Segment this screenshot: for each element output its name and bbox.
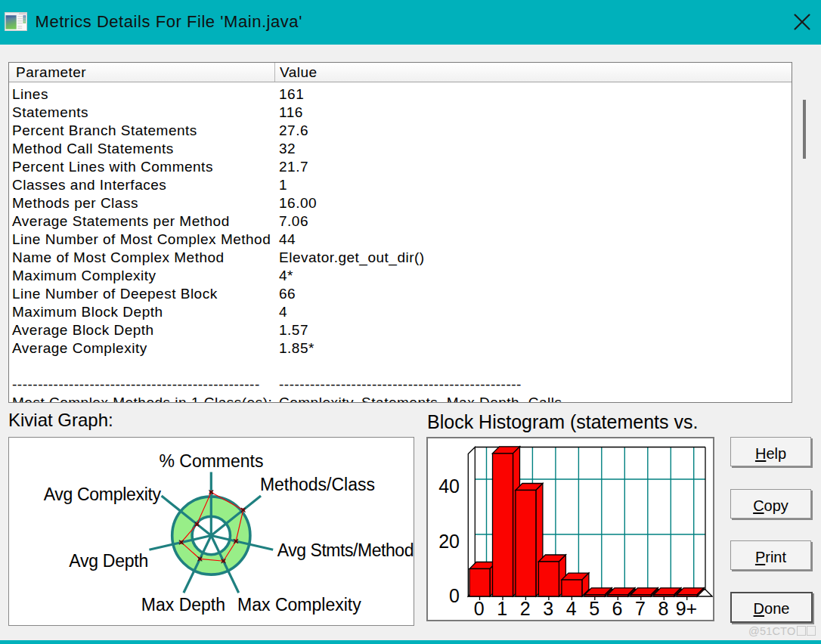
svg-text:Max Complexity: Max Complexity: [237, 595, 361, 615]
svg-text:20: 20: [438, 531, 460, 552]
svg-text:4: 4: [566, 598, 577, 619]
svg-text:% Comments: % Comments: [159, 451, 263, 471]
svg-text:Max Depth: Max Depth: [141, 595, 225, 615]
svg-text:0: 0: [449, 585, 460, 606]
svg-text:1: 1: [497, 598, 507, 619]
svg-text:Avg Depth: Avg Depth: [69, 551, 148, 571]
svg-text:2: 2: [520, 598, 531, 619]
svg-text:40: 40: [438, 475, 460, 497]
svg-text:3: 3: [543, 598, 553, 619]
svg-text:9+: 9+: [676, 598, 698, 619]
svg-text:Avg Stmts/Method: Avg Stmts/Method: [277, 540, 414, 560]
svg-text:6: 6: [612, 598, 623, 619]
svg-text:5: 5: [589, 598, 599, 619]
svg-text:Avg Complexity: Avg Complexity: [44, 485, 162, 504]
svg-text:Methods/Class: Methods/Class: [260, 475, 375, 494]
svg-text:7: 7: [635, 598, 646, 619]
svg-text:8: 8: [658, 598, 669, 619]
svg-text:0: 0: [474, 598, 485, 619]
